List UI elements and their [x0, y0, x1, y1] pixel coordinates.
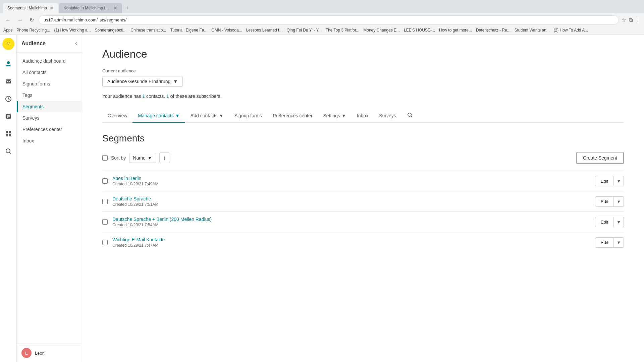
tab-settings[interactable]: Settings ▼	[318, 109, 351, 123]
segment-checkbox-2[interactable]	[102, 219, 108, 225]
edit-dropdown-button-0[interactable]: ▼	[614, 176, 624, 186]
bookmark-12[interactable]: How to get more...	[439, 28, 472, 33]
browser-tab-inactive[interactable]: Kontakte in Mailchimp impor... ✕	[59, 3, 122, 13]
tab-preferences-center[interactable]: Preferences center	[267, 109, 318, 123]
sort-direction-button[interactable]: ↓	[159, 153, 170, 163]
bookmark-2[interactable]: (1) How Working a...	[54, 28, 91, 33]
left-icon-integrations[interactable]	[2, 128, 14, 140]
sidebar-item-tags[interactable]: Tags	[17, 89, 82, 101]
tab-title-2: Kontakte in Mailchimp impor...	[64, 6, 111, 10]
tab-signup-forms[interactable]: Signup forms	[229, 109, 267, 123]
left-icon-search[interactable]	[2, 145, 14, 157]
svg-line-15	[9, 153, 11, 154]
edit-btn-group-0: Edit ▼	[595, 176, 624, 186]
bookmark-9[interactable]: The Top 3 Platfor...	[326, 28, 360, 33]
tab-manage-contacts[interactable]: Manage contacts ▼	[132, 109, 185, 123]
svg-point-3	[9, 43, 9, 43]
sidebar-item-all-contacts[interactable]: All contacts	[17, 67, 82, 78]
bookmark-4[interactable]: Chinese translatio...	[130, 28, 166, 33]
subscribers-link[interactable]: 1	[166, 94, 169, 99]
bookmark-14[interactable]: Student Wants an...	[515, 28, 550, 33]
sidebar-toggle-button[interactable]: ‹	[75, 40, 77, 47]
tab-overview[interactable]: Overview	[102, 109, 132, 123]
sort-chevron-icon: ▼	[148, 155, 152, 161]
tab-surveys[interactable]: Surveys	[374, 109, 401, 123]
bookmark-11[interactable]: LEE'S HOUSE-...	[404, 28, 435, 33]
audience-dropdown-chevron: ▼	[173, 79, 178, 84]
tab-close-1[interactable]: ✕	[50, 5, 54, 11]
tab-search-icon[interactable]	[407, 112, 413, 119]
mailchimp-logo[interactable]	[2, 38, 14, 50]
sidebar-item-label: Surveys	[22, 115, 40, 121]
app-container: Audience ‹ Audience dashboard All contac…	[0, 35, 644, 362]
settings-chevron-icon: ▼	[341, 113, 346, 118]
sidebar-item-preferences-center[interactable]: Preferences center	[17, 124, 82, 135]
edit-dropdown-button-3[interactable]: ▼	[614, 237, 624, 248]
tab-inbox[interactable]: Inbox	[352, 109, 374, 123]
bookmark-1[interactable]: Phone Recycling...	[16, 28, 50, 33]
tab-close-2[interactable]: ✕	[113, 5, 117, 11]
bookmark-3[interactable]: Sonderangeboti...	[95, 28, 127, 33]
segment-checkbox-0[interactable]	[102, 178, 108, 184]
bookmark-10[interactable]: Money Changes E...	[363, 28, 400, 33]
main-content: Audience Current audience Audience Gesun…	[82, 35, 644, 362]
segment-name-1[interactable]: Deutsche Sprache	[112, 196, 151, 201]
sidebar-item-signup-forms[interactable]: Signup forms	[17, 78, 82, 89]
refresh-button[interactable]: ↻	[28, 15, 36, 24]
bookmark-15[interactable]: (2) How To Add A...	[554, 28, 588, 33]
left-icon-audience[interactable]	[2, 58, 14, 70]
segments-toolbar: Sort by Name ▼ ↓ Create Segment	[102, 152, 624, 164]
left-icon-automations[interactable]	[2, 93, 14, 105]
svg-rect-12	[6, 134, 8, 136]
bookmark-5[interactable]: Tutorial: Eigene Fa...	[170, 28, 207, 33]
sidebar-item-inbox[interactable]: Inbox	[17, 135, 82, 146]
segment-name-3[interactable]: Wichtige E-Mail Kontakte	[112, 237, 165, 242]
segment-checkbox-1[interactable]	[102, 199, 108, 204]
browser-toolbar-icons: ☆ ⧉ ⋮	[622, 17, 641, 23]
segments-list: Abos in Berlin Created 10/29/21 7:49AM E…	[102, 171, 624, 252]
bookmark-6[interactable]: GMN - Volsoda...	[211, 28, 242, 33]
segment-checkbox-3[interactable]	[102, 240, 108, 245]
edit-button-1[interactable]: Edit	[595, 196, 614, 207]
edit-button-2[interactable]: Edit	[595, 217, 614, 227]
sidebar-item-audience-dashboard[interactable]: Audience dashboard	[17, 55, 82, 67]
address-bar[interactable]: us17.admin.mailchimp.com/lists/segments/	[39, 15, 619, 24]
bookmark-13[interactable]: Datenschutz - Re...	[476, 28, 511, 33]
bookmark-icon[interactable]: ☆	[622, 17, 626, 23]
left-icon-campaigns[interactable]	[2, 75, 14, 87]
segment-info-2: Deutsche Sprache + Berlin (200 Meilen Ra…	[112, 217, 590, 227]
create-segment-button[interactable]: Create Segment	[576, 152, 624, 164]
extensions-icon[interactable]: ⧉	[629, 17, 633, 23]
segment-date-3: Created 10/29/21 7:47AM	[112, 243, 590, 248]
edit-button-0[interactable]: Edit	[595, 176, 614, 186]
segment-info-1: Deutsche Sprache Created 10/29/21 7:51AM	[112, 196, 590, 207]
contacts-link[interactable]: 1	[142, 94, 145, 99]
segment-name-0[interactable]: Abos in Berlin	[112, 176, 141, 181]
tab-add-contacts[interactable]: Add contacts ▼	[185, 109, 229, 123]
sidebar-header: Audience ‹	[17, 35, 82, 53]
edit-btn-group-2: Edit ▼	[595, 217, 624, 227]
segment-name-2[interactable]: Deutsche Sprache + Berlin (200 Meilen Ra…	[112, 217, 212, 222]
edit-dropdown-button-1[interactable]: ▼	[614, 196, 624, 207]
audience-info: Your audience has 1 contacts. 1 of these…	[102, 94, 624, 99]
sidebar-item-segments[interactable]: Segments	[17, 101, 82, 112]
bookmark-apps[interactable]: Apps	[3, 28, 12, 33]
bookmark-8[interactable]: Qing Fei De Yi - Y...	[286, 28, 321, 33]
menu-icon[interactable]: ⋮	[635, 17, 641, 23]
select-all-checkbox[interactable]	[102, 155, 108, 161]
bookmark-7[interactable]: Lessons Learned f...	[246, 28, 283, 33]
new-tab-button[interactable]: +	[123, 3, 132, 13]
edit-button-3[interactable]: Edit	[595, 237, 614, 248]
sidebar-item-label: Preferences center	[22, 127, 62, 132]
address-bar-row: ← → ↻ us17.admin.mailchimp.com/lists/seg…	[0, 13, 644, 26]
browser-tab-active[interactable]: Segments | Mailchimp ✕	[3, 3, 58, 13]
sort-dropdown[interactable]: Name ▼	[129, 153, 156, 163]
back-button[interactable]: ←	[3, 16, 13, 24]
sidebar-item-surveys[interactable]: Surveys	[17, 112, 82, 124]
svg-rect-10	[6, 131, 8, 133]
edit-dropdown-button-2[interactable]: ▼	[614, 217, 624, 227]
left-icon-content[interactable]	[2, 110, 14, 122]
audience-dropdown[interactable]: Audience Gesunde Ernährung ▼	[102, 76, 183, 87]
forward-button[interactable]: →	[15, 16, 25, 24]
svg-rect-4	[6, 79, 11, 83]
